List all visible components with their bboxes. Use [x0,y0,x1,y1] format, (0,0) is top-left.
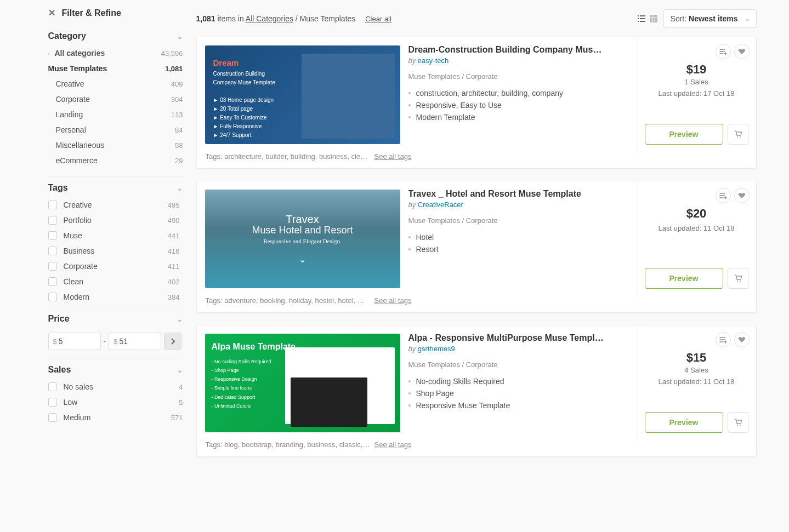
product-price: $20 [686,207,707,221]
tag-item[interactable]: Corporate411 [48,259,180,274]
preview-button[interactable]: Preview [645,268,723,289]
price-min-input[interactable] [59,337,96,346]
sales-item[interactable]: Low5 [48,394,183,410]
see-all-tags-link[interactable]: See all tags [374,441,412,449]
chevron-down-icon: ⌄ [177,314,183,323]
sales-checkbox[interactable] [48,413,57,422]
tag-checkbox[interactable] [48,231,57,240]
breadcrumb-root-link[interactable]: All Categories [246,14,293,23]
preview-button[interactable]: Preview [645,124,723,145]
product-card: DreamConstruction BuildingCompany Muse T… [196,37,757,169]
sales-checkbox[interactable] [48,382,57,391]
close-icon[interactable]: ✕ [48,8,55,18]
tag-row: Tags: architecture, builder, building, b… [197,152,756,168]
product-thumbnail[interactable]: DreamConstruction BuildingCompany Muse T… [205,45,400,144]
product-thumbnail[interactable]: Alpa Muse Template- No-coding Skills Req… [205,334,400,432]
tag-checkbox[interactable] [48,201,57,209]
svg-rect-14 [655,20,657,22]
product-card: Alpa Muse Template- No-coding Skills Req… [196,325,757,457]
category-item[interactable]: ‹ All categories43,596 [48,45,183,61]
category-item[interactable]: Corporate304 [48,91,183,107]
add-to-collection-icon[interactable] [716,332,731,347]
svg-rect-6 [650,15,652,17]
svg-rect-9 [650,18,652,20]
category-header[interactable]: Category ⌄ [48,25,183,45]
feature-item: Resort [408,243,631,255]
svg-rect-1 [640,15,645,16]
add-to-collection-icon[interactable] [716,44,731,59]
breadcrumb-sep: / [293,14,300,23]
cart-button[interactable] [728,124,748,145]
tag-checkbox[interactable] [48,262,57,271]
author-link[interactable]: CreativeRacer [418,201,463,209]
filter-title: ✕ Filter & Refine [48,8,183,18]
list-view-icon[interactable] [637,14,646,23]
tag-list: Creative495Portfolio490Muse441Business41… [48,197,183,307]
sales-count: 1 Sales [684,78,708,86]
grid-view-icon[interactable] [649,14,658,23]
product-meta: $191 SalesLast updated: 17 Oct 18Preview [637,37,756,152]
svg-rect-13 [652,20,655,22]
sales-header[interactable]: Sales ⌄ [48,358,183,379]
author-link[interactable]: gsrthemes9 [418,345,455,353]
product-title[interactable]: Travex _ Hotel and Resort Muse Template [408,189,606,199]
view-toggle [637,14,658,23]
product-byline: by easy-tech [408,56,631,65]
author-link[interactable]: easy-tech [418,56,449,65]
svg-rect-12 [650,20,652,22]
product-path: Muse Templates / Corporate [408,361,631,369]
tag-item[interactable]: Clean402 [48,274,180,289]
clear-all-link[interactable]: Clear all [365,15,391,23]
favorite-icon[interactable] [734,332,750,347]
tag-checkbox[interactable] [48,247,57,255]
topbar-right: Sort: Newest items ⌄ [637,9,757,28]
tag-item[interactable]: Creative495 [48,197,180,213]
product-title[interactable]: Alpa - Responsive MultiPurpose Muse Temp… [408,333,606,343]
tag-checkbox[interactable] [48,277,57,286]
topbar: 1,081 items in All Categories / Muse Tem… [196,8,757,37]
chevron-down-icon: ⌄ [745,15,750,22]
product-thumbnail[interactable]: TravexMuse Hotel and ResortResponsive an… [205,190,400,288]
price-apply-button[interactable] [164,333,181,350]
see-all-tags-link[interactable]: See all tags [374,296,412,305]
tags-title: Tags [48,183,68,193]
category-item[interactable]: Personal84 [48,122,183,138]
last-updated: Last updated: 11 Oct 18 [659,377,735,386]
sort-dropdown[interactable]: Sort: Newest items ⌄ [663,9,757,28]
sales-count: 4 Sales [684,366,708,374]
sales-checkbox[interactable] [48,398,57,407]
category-item[interactable]: Landing113 [48,107,183,122]
product-price: $19 [686,62,707,77]
favorite-icon[interactable] [734,44,750,59]
price-title: Price [48,314,70,324]
chevron-down-icon: ⌄ [177,184,183,192]
favorite-icon[interactable] [734,188,750,203]
sales-item[interactable]: Medium571 [48,410,183,425]
tag-item[interactable]: Portfolio490 [48,213,180,228]
tags-header[interactable]: Tags ⌄ [48,176,183,197]
chevron-left-icon: ‹ [48,50,50,58]
see-all-tags-link[interactable]: See all tags [374,152,412,161]
product-title[interactable]: Dream-Construction Building Company Muse… [408,45,606,55]
tag-checkbox[interactable] [48,293,57,301]
tag-item[interactable]: Business416 [48,243,180,259]
sales-item[interactable]: No sales4 [48,379,183,394]
chevron-down-icon: ⌄ [177,365,183,374]
svg-rect-8 [655,15,657,17]
tag-item[interactable]: Muse441 [48,228,180,243]
feature-list: construction, architectur, building, com… [408,87,631,123]
category-item[interactable]: Miscellaneous58 [48,138,183,153]
preview-button[interactable]: Preview [645,412,723,433]
feature-item: Responsive, Easy to Use [408,99,631,111]
add-to-collection-icon[interactable] [716,188,731,203]
price-header[interactable]: Price ⌄ [48,307,183,328]
category-item[interactable]: eCommerce29 [48,153,183,168]
tag-checkbox[interactable] [48,216,57,225]
price-max-input[interactable] [119,337,156,346]
category-item[interactable]: Creative409 [48,76,183,91]
category-item[interactable]: Muse Templates1,081 [48,61,183,76]
cart-button[interactable] [728,268,748,289]
tag-item[interactable]: Modern384 [48,289,180,305]
svg-rect-10 [652,18,655,20]
cart-button[interactable] [728,412,748,433]
